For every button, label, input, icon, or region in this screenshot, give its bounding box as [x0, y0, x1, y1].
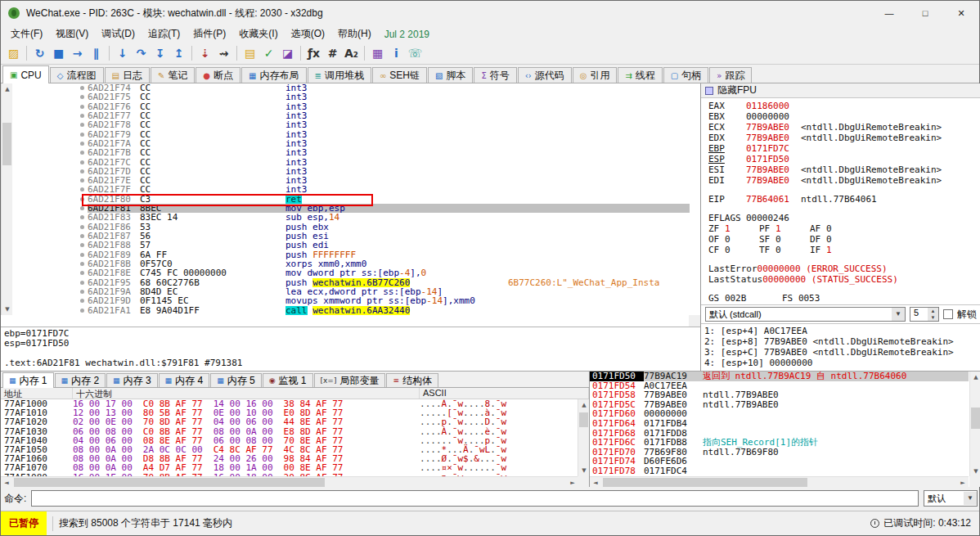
calculator-icon[interactable]: # [323, 44, 342, 62]
run-icon[interactable]: → [68, 44, 87, 62]
breakpoint-gutter[interactable] [1, 204, 88, 213]
memory-vscrollbar[interactable]: ▲ ▼ [578, 399, 589, 476]
breakpoint-gutter[interactable] [1, 287, 88, 296]
breakpoint-gutter[interactable] [1, 268, 88, 277]
favourites-icon[interactable]: ƒx [304, 44, 323, 62]
menu-item-1[interactable]: 视图(V) [49, 25, 95, 43]
tab-log[interactable]: ▤日志 [105, 67, 150, 83]
scroll-thumb[interactable] [971, 408, 980, 429]
stack-arg-4[interactable]: 4: [esp+10] 00000000 [704, 358, 978, 368]
tab-breakpoints[interactable]: ●断点 [196, 67, 241, 83]
register-row[interactable]: ZF 1PF 1AF 0 [708, 223, 980, 234]
tab-source[interactable]: ‹›源代码 [518, 67, 572, 83]
flag-if[interactable]: IF 1 [810, 245, 861, 255]
register-value[interactable]: 77B9ABE0 [746, 122, 789, 133]
tab-graph[interactable]: ◇流程图 [50, 67, 104, 83]
breakpoint-gutter[interactable] [1, 148, 88, 157]
command-script-combo[interactable]: 默认 ▼ [924, 490, 978, 507]
breakpoint-gutter[interactable] [1, 296, 88, 305]
stack-row[interactable]: 0171FD5077B9AC19返回到 ntdll.77B9AC19 自 ntd… [590, 372, 969, 381]
breakpoint-gutter[interactable] [1, 250, 88, 259]
stack-arg-2[interactable]: 2: [esp+8] 77B9ABE0 <ntdll.DbgUiRemoteBr… [704, 336, 978, 347]
scroll-thumb[interactable] [603, 478, 807, 487]
breakpoint-gutter[interactable] [1, 102, 88, 111]
log-icon[interactable]: ▤ [241, 44, 259, 62]
register-row[interactable]: EDI77B9ABE0<ntdll.DbgUiRemoteBreakin> [708, 175, 980, 186]
breakpoint-gutter[interactable] [1, 139, 88, 148]
disasm-row[interactable]: 6AD21F7BCCint3 [1, 148, 690, 157]
menu-item-2[interactable]: 调试(D) [95, 25, 142, 43]
scroll-left-arrow[interactable]: ◄ [590, 477, 601, 487]
register-row[interactable]: EDX77B9ABE0<ntdll.DbgUiRemoteBreakin> [708, 133, 980, 143]
menu-item-8[interactable]: Jul 2 2019 [378, 27, 436, 42]
register-row[interactable]: EAX01186000 [708, 101, 980, 111]
menu-item-5[interactable]: 收藏夹(I) [232, 25, 284, 43]
register-row[interactable]: LastStatus00000000 (STATUS_SUCCESS) [708, 274, 980, 285]
register-row[interactable]: GS 002BFS 0053 [708, 293, 980, 304]
register-row[interactable]: LastError00000000 (ERROR_SUCCESS) [708, 263, 980, 274]
breakpoint-gutter[interactable] [1, 130, 88, 139]
register-value[interactable]: 77B64061 [746, 194, 789, 205]
flag-pf[interactable]: PF 1 [759, 223, 810, 234]
register-row[interactable]: EBP0171FD7C [708, 143, 980, 154]
flag-cf[interactable]: CF 0 [708, 245, 759, 255]
flag-of[interactable]: OF 0 [708, 234, 759, 245]
breakpoint-gutter[interactable] [1, 241, 88, 250]
info-icon[interactable]: i [387, 44, 406, 62]
trace-into-icon[interactable]: ⇣ [196, 44, 214, 62]
register-value[interactable]: 0171FD50 [746, 154, 789, 164]
disasm-row[interactable]: 6AD21F80C3ret [1, 195, 690, 204]
stepper-down-icon[interactable]: ▼ [928, 314, 938, 321]
tab-references[interactable]: ◎引用 [573, 67, 618, 83]
register-value[interactable]: 00000246 [746, 213, 789, 223]
scroll-down-arrow[interactable]: ▼ [2, 304, 13, 315]
disasm-row[interactable]: 6AD21F78CCint3 [1, 120, 690, 129]
register-row[interactable]: OF 0SF 0DF 0 [708, 234, 980, 245]
step-into-icon[interactable]: ↓ [113, 44, 132, 62]
disassembly-vscrollbar[interactable]: ▲ ▼ [1, 83, 12, 315]
breakpoint-gutter[interactable] [1, 195, 88, 204]
breakpoint-gutter[interactable] [1, 278, 88, 287]
flag-zf[interactable]: ZF 1 [708, 223, 759, 234]
register-row[interactable]: CF 0TF 0IF 1 [708, 245, 980, 255]
stack-row[interactable]: 0171FD780171FDC4 [590, 466, 969, 476]
breakpoint-gutter[interactable] [1, 167, 88, 176]
patches-icon[interactable]: ✓ [259, 44, 278, 62]
tab-dump-5[interactable]: ▦内存 5 [210, 373, 262, 387]
breakpoint-gutter[interactable] [1, 223, 88, 232]
tab-watch-1[interactable]: ◉监视 1 [263, 373, 313, 387]
breakpoint-gutter[interactable] [1, 92, 88, 101]
tab-script[interactable]: ▧脚本 [428, 67, 473, 83]
flag-sf[interactable]: SF 0 [759, 234, 810, 245]
breakpoint-gutter[interactable] [1, 213, 88, 222]
chevron-down-icon[interactable]: ▼ [964, 492, 977, 505]
tab-seh[interactable]: ∞SEH链 [372, 67, 427, 83]
flag-df[interactable]: DF 0 [810, 234, 861, 245]
tab-symbols[interactable]: Σ符号 [474, 67, 516, 83]
minimize-button[interactable]: — [871, 1, 907, 25]
flag-fs[interactable]: FS 0053 [782, 293, 856, 304]
tab-handles[interactable]: ▢句柄 [663, 67, 708, 83]
breakpoint-gutter[interactable] [1, 185, 88, 194]
column-header-ascii[interactable]: ASCII [420, 388, 589, 399]
flag-gs[interactable]: GS 002B [708, 293, 782, 304]
open-file-icon[interactable]: ▨ [4, 44, 23, 62]
disasm-row[interactable]: 6AD21F9D0F1145 ECmovups xmmword ptr ss:[… [1, 296, 690, 305]
scroll-thumb[interactable] [579, 412, 588, 427]
tab-struct[interactable]: ≡结构体 [386, 373, 438, 387]
stop-icon[interactable]: ■ [49, 44, 68, 62]
stack-arg-1[interactable]: 1: [esp+4] A0C17EEA [704, 326, 978, 336]
register-row[interactable]: ESI77B9ABE0<ntdll.DbgUiRemoteBreakin> [708, 164, 980, 175]
menu-item-3[interactable]: 追踪(T) [142, 25, 187, 43]
tab-dump-3[interactable]: ▦内存 3 [106, 373, 158, 387]
breakpoint-gutter[interactable] [1, 120, 88, 129]
stack-vscrollbar[interactable]: ▲ ▼ [969, 372, 980, 477]
scroll-left-arrow[interactable]: ◄ [1, 477, 12, 487]
tab-memory-map[interactable]: ▦内存布局 [241, 67, 306, 83]
step-over-icon[interactable]: ↷ [132, 44, 151, 62]
compare-icon[interactable]: ◪ [278, 44, 297, 62]
disasm-row[interactable]: 6AD21F8EC745 FC 00000000mov dword ptr ss… [1, 268, 690, 277]
tab-locals[interactable]: [x=]局部变量 [314, 373, 386, 387]
stack-arg-3[interactable]: 3: [esp+C] 77B9ABE0 <ntdll.DbgUiRemoteBr… [704, 347, 978, 358]
column-header-hex[interactable]: 十六进制 [73, 388, 420, 399]
